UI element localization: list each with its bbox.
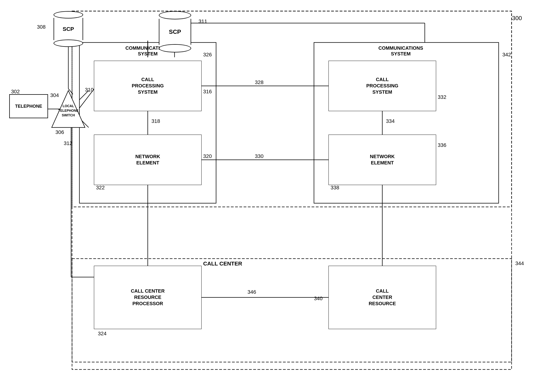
ref-302: 302 — [11, 89, 20, 95]
ref-332: 332 — [438, 94, 446, 100]
ref-326: 326 — [203, 52, 212, 58]
ref-320: 320 — [203, 153, 212, 159]
ref-344: 344 — [515, 261, 524, 266]
telephone-box: TELEPHONE — [9, 94, 48, 118]
ref-308: 308 — [37, 24, 46, 30]
diagram: 300 SCP 308 SCP 311 TELEPHONE 302 LOCAL … — [0, 0, 533, 392]
ref-318: 318 — [151, 118, 160, 124]
ref-312: 312 — [64, 140, 72, 146]
svg-text:LOCAL: LOCAL — [63, 104, 74, 108]
scp-inner-cylinder: SCP — [159, 11, 191, 52]
ref-306: 306 — [56, 129, 64, 135]
call-center-label: CALL CENTER — [203, 261, 242, 267]
ne-right-box: NETWORKELEMENT — [329, 135, 436, 185]
ne-left-box: NETWORKELEMENT — [94, 135, 201, 185]
ref-342: 342 — [502, 52, 511, 58]
ref-328: 328 — [255, 79, 264, 85]
ref-338: 338 — [331, 185, 339, 191]
ref-304: 304 — [50, 92, 59, 98]
ref-300: 300 — [512, 15, 522, 22]
connection-lines — [0, 0, 533, 392]
ref-316: 316 — [203, 89, 212, 95]
scp-left-cylinder: SCP — [54, 11, 83, 47]
ref-346: 346 — [247, 289, 256, 295]
svg-text:SWITCH: SWITCH — [62, 113, 75, 117]
ref-310: 310 — [85, 87, 94, 93]
ccrp-box: CALL CENTERRESOURCEPROCESSOR — [94, 266, 201, 329]
ref-322: 322 — [96, 185, 105, 191]
ref-311: 311 — [199, 19, 207, 24]
ref-324: 324 — [98, 331, 107, 336]
ref-330: 330 — [255, 153, 264, 159]
ref-336: 336 — [438, 142, 446, 148]
call-proc-right-box: CALLPROCESSINGSYSTEM — [329, 61, 436, 111]
comm-right-label: COMMUNICATIONSSYSTEM — [329, 45, 473, 57]
svg-text:TELEPHONE: TELEPHONE — [58, 109, 79, 112]
ref-334: 334 — [386, 118, 395, 124]
call-proc-left-box: CALLPROCESSINGSYSTEM — [94, 61, 201, 111]
ref-340: 340 — [314, 296, 323, 302]
ccr-box: CALLCENTERRESOURCE — [329, 266, 436, 329]
